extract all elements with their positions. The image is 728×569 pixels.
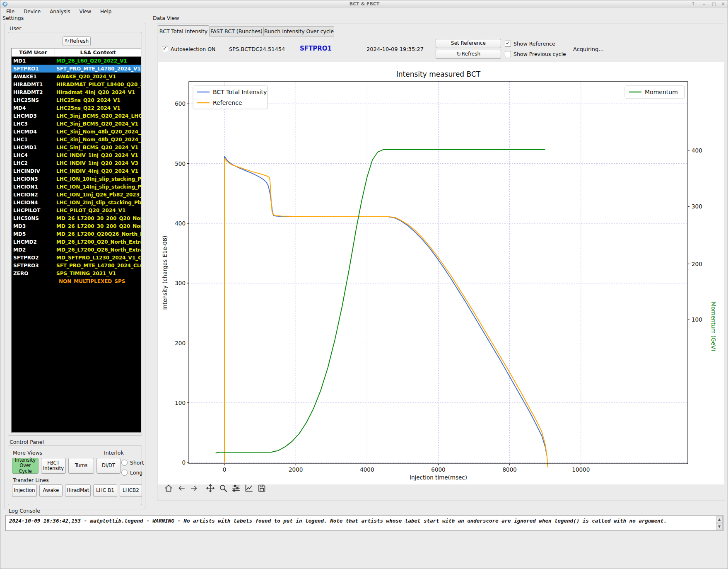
data-refresh-button[interactable]: ↻ Refresh	[436, 50, 501, 59]
user-group-title: User	[10, 25, 22, 31]
table-row[interactable]: MD1 MD_26_L60_Q20_2022_V1	[12, 57, 141, 65]
svg-text:200: 200	[692, 261, 702, 267]
window-minimize-button[interactable]: –	[700, 1, 708, 7]
tgm-user-cell: LHCION2	[12, 192, 55, 198]
transfer-button-awake[interactable]: Awake	[39, 484, 63, 497]
user-refresh-label: Refresh	[70, 39, 89, 44]
svg-text:600: 600	[175, 100, 186, 107]
window-raise-button[interactable]: ↑	[689, 1, 697, 7]
svg-text:2000: 2000	[289, 466, 303, 473]
table-row[interactable]: LHC2 LHC_INDIV_1inj_Q20_2024_V3	[12, 159, 141, 167]
table-row[interactable]: MD4 LHC25ns_Q22_2024_V1	[12, 104, 141, 112]
tab-bunch-intensity-over-cycle[interactable]: Bunch Intensity Over cycle	[264, 26, 334, 36]
menu-help[interactable]: Help	[100, 9, 111, 15]
svg-text:0: 0	[223, 466, 227, 473]
view-button-intensity-over-cycle[interactable]: Intensity Over Cycle	[12, 458, 39, 474]
tgm-user-cell: LHCINDIV	[12, 168, 55, 174]
toolbar-zoom-button[interactable]	[217, 482, 229, 494]
transfer-button-injection[interactable]: Injection	[12, 484, 37, 497]
table-row[interactable]: HIRADMT2 Hiradmat_4Inj_Q20_2024_V1	[12, 88, 141, 96]
view-button-fbct-intensity[interactable]: FBCT Intensity	[41, 458, 66, 474]
table-row[interactable]: LHCION4 LHC_ION_2Inj_slip_stacking_Pb82_…	[12, 199, 141, 206]
tgm-user-cell: LHC4	[12, 153, 55, 158]
lsa-context-cell: MD_26_L7200_30_200_Q20_North_Extractio..…	[55, 215, 141, 221]
table-row[interactable]: SFTPRO2 MD_SFTPRO_L1230_2024_V1_Clone	[12, 254, 141, 261]
table-row[interactable]: HIRADMT1 HIRADMAT_PILOT_L8400_Q20_2024_V…	[12, 80, 141, 88]
autoselection-checkbox-box	[162, 46, 168, 52]
table-row[interactable]: LHC25NS LHC25ns_Q20_2024_V1	[12, 96, 141, 104]
tab-bct-total-intensity[interactable]: BCT Total Intensity	[158, 25, 209, 36]
svg-text:400: 400	[692, 147, 702, 154]
table-row[interactable]: MD2 MD_26_L7200_Q26_North_Extraction_202…	[12, 246, 141, 254]
table-row[interactable]: MD3 MD_26_L7200_30_200_Q20_North_Extract…	[12, 222, 141, 230]
svg-text:6000: 6000	[431, 466, 445, 473]
table-row[interactable]: LHC3 LHC_3inj_BCMS_Q20_2024_V1	[12, 120, 141, 128]
menu-device[interactable]: Device	[24, 9, 41, 15]
table-row[interactable]: _NON_MULTIPLEXED_SPS	[12, 277, 141, 285]
show-previous-cycle-checkbox[interactable]: Show Previous cycle	[505, 51, 566, 57]
table-row[interactable]: SFTPRO1 SFT_PRO_MTE_L4780_2024_V1	[12, 65, 141, 73]
lsa-context-cell: LHC_3inj_BCMS_Q20_2024_LHCMD	[55, 113, 141, 119]
interlock-radio-short[interactable]: Short	[121, 460, 144, 466]
menu-view[interactable]: View	[80, 9, 91, 15]
lsa-context-cell: Hiradmat_4Inj_Q20_2024_V1	[55, 90, 141, 95]
table-row[interactable]: LHCINDIV LHC_INDIV_4Inj_Q20_2024_V1	[12, 167, 141, 175]
table-row[interactable]: LHCION2 LHC_ION_1Inj_Q26_Pb82_2023_V1	[12, 191, 141, 199]
refresh-icon: ↻	[456, 51, 461, 58]
autoselection-checkbox[interactable]: Autoselection ON	[162, 46, 215, 52]
interlock-radio-long[interactable]: Long	[121, 470, 142, 476]
table-row[interactable]: SFTPRO3 SFT_PRO_MTE_L4780_2024_CLONE	[12, 261, 141, 269]
tab-fast-bct-bunches-[interactable]: FAST BCT (Bunches)	[209, 26, 264, 36]
set-reference-button[interactable]: Set Reference	[436, 39, 501, 48]
tgm-user-cell: LHCION3	[12, 176, 55, 182]
lsa-context-cell: LHC25ns_Q22_2024_V1	[55, 105, 141, 111]
view-button-di-dt[interactable]: DI/DT	[96, 458, 121, 474]
toolbar-subplots-button[interactable]	[230, 482, 242, 494]
show-reference-checkbox[interactable]: Show Reference	[505, 41, 555, 47]
tgm-user-cell: MD1	[12, 58, 55, 64]
table-row[interactable]: LHCMD2 MD_26_L7200_Q20_North_Extraction_…	[12, 238, 141, 246]
svg-text:100: 100	[175, 400, 186, 406]
svg-text:200: 200	[175, 340, 186, 346]
log-scroll-up-button[interactable]: ▲	[716, 516, 723, 523]
table-row[interactable]: LHCPILOT LHC_PILOT_Q20_2024_V1	[12, 206, 141, 214]
table-row[interactable]: LHC1 LHC_3inj_Nom_48b_Q20_2024_V1	[12, 136, 141, 143]
menu-file[interactable]: File	[6, 9, 14, 15]
toolbar-forward-button[interactable]	[188, 482, 200, 494]
window-maximize-button[interactable]: ▢	[710, 1, 718, 7]
transfer-button-lhcb2[interactable]: LHCB2	[120, 484, 142, 497]
svg-text:BCT Total Intensity: BCT Total Intensity	[213, 89, 267, 95]
intensity-chart[interactable]: 0200040006000800010000010020030040050060…	[158, 62, 724, 484]
tgm-user-cell: LHC3	[12, 121, 55, 127]
window-close-button[interactable]: ✕	[719, 1, 727, 7]
toolbar-pan-button[interactable]	[205, 482, 216, 494]
toolbar-home-button[interactable]	[163, 482, 174, 494]
table-row[interactable]: LHCION1 LHC_ION_14Inj_slip_stacking_Pb82…	[12, 183, 141, 191]
table-row[interactable]: LHCMD3 LHC_3inj_BCMS_Q20_2024_LHCMD	[12, 112, 141, 120]
lsa-context-cell: LHC_INDIV_1inj_Q20_2024_V1	[55, 153, 141, 158]
table-row[interactable]: LHC50NS MD_26_L7200_30_200_Q20_North_Ext…	[12, 214, 141, 222]
user-refresh-button[interactable]: ↻ Refresh	[63, 36, 91, 46]
toolbar-customize-button[interactable]	[243, 482, 255, 494]
svg-text:8000: 8000	[502, 466, 516, 473]
table-row[interactable]: LHCION3 LHC_ION_10Inj_slip_stacking_Pb82…	[12, 175, 141, 183]
table-row[interactable]: ZERO SPS_TIMING_2021_V1	[12, 269, 141, 277]
log-scroll-down-button[interactable]: ▼	[716, 523, 723, 530]
toolbar-back-button[interactable]	[176, 482, 187, 494]
lsa-context-cell: SFT_PRO_MTE_L4780_2024_V1	[55, 66, 141, 72]
view-button-turns[interactable]: Turns	[68, 458, 94, 474]
table-row[interactable]: MD5 MD_26_L7200_Q20Q26_North_Extraction_…	[12, 230, 141, 238]
lsa-context-cell: LHC_ION_14Inj_slip_stacking_Pb82_Q26_2..…	[55, 184, 141, 190]
table-body: MD1 MD_26_L60_Q20_2022_V1 SFTPRO1 SFT_PR…	[12, 57, 141, 285]
lsa-context-cell: LHC_ION_1Inj_Q26_Pb82_2023_V1	[55, 192, 141, 198]
tgm-user-cell: LHC2	[12, 160, 55, 166]
table-row[interactable]: LHCMD1 LHC_5inj_BCMS_Q20_2024_V1	[12, 143, 141, 151]
table-row[interactable]: LHCMD4 LHC_3inj_Nom_48b_Q20_2024_LHCMD	[12, 128, 141, 136]
table-row[interactable]: LHC4 LHC_INDIV_1inj_Q20_2024_V1	[12, 151, 141, 159]
menu-analysis[interactable]: Analysis	[50, 9, 70, 15]
table-row[interactable]: AWAKE1 AWAKE_Q20_2024_V1	[12, 73, 141, 80]
transfer-button-lhc-b1[interactable]: LHC B1	[93, 484, 117, 497]
transfer-button-hiradmat[interactable]: HiradMat	[65, 484, 91, 497]
toolbar-save-button[interactable]	[256, 482, 268, 494]
tgm-user-cell: LHCMD3	[12, 113, 55, 119]
